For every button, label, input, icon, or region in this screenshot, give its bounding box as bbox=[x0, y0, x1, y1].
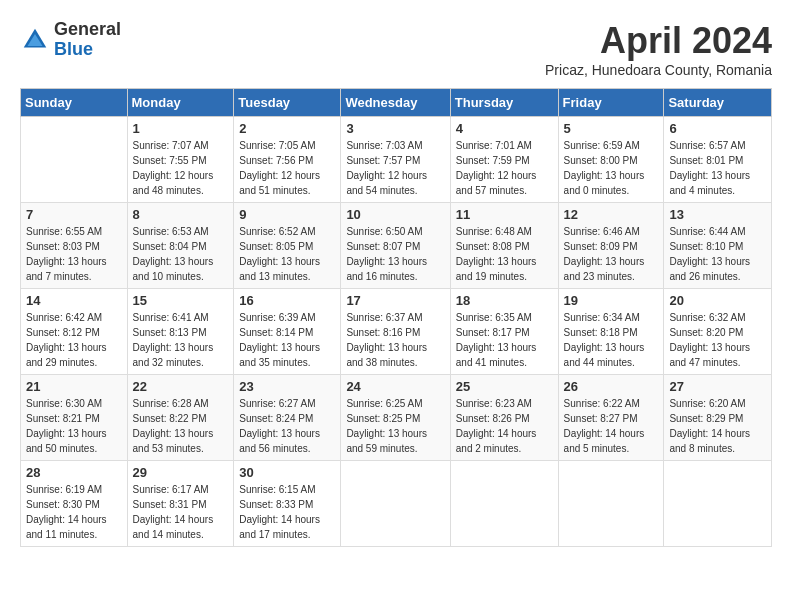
calendar-body: 1Sunrise: 7:07 AM Sunset: 7:55 PM Daylig… bbox=[21, 117, 772, 547]
day-info: Sunrise: 6:50 AM Sunset: 8:07 PM Dayligh… bbox=[346, 226, 427, 282]
day-number: 20 bbox=[669, 293, 766, 308]
calendar-cell: 24Sunrise: 6:25 AM Sunset: 8:25 PM Dayli… bbox=[341, 375, 450, 461]
calendar-cell: 1Sunrise: 7:07 AM Sunset: 7:55 PM Daylig… bbox=[127, 117, 234, 203]
weekday-header-monday: Monday bbox=[127, 89, 234, 117]
day-number: 7 bbox=[26, 207, 122, 222]
day-info: Sunrise: 6:42 AM Sunset: 8:12 PM Dayligh… bbox=[26, 312, 107, 368]
calendar-cell bbox=[558, 461, 664, 547]
day-info: Sunrise: 6:27 AM Sunset: 8:24 PM Dayligh… bbox=[239, 398, 320, 454]
calendar-cell bbox=[664, 461, 772, 547]
day-info: Sunrise: 6:44 AM Sunset: 8:10 PM Dayligh… bbox=[669, 226, 750, 282]
calendar-cell: 15Sunrise: 6:41 AM Sunset: 8:13 PM Dayli… bbox=[127, 289, 234, 375]
calendar-cell: 11Sunrise: 6:48 AM Sunset: 8:08 PM Dayli… bbox=[450, 203, 558, 289]
calendar-cell bbox=[341, 461, 450, 547]
day-number: 1 bbox=[133, 121, 229, 136]
calendar-cell: 10Sunrise: 6:50 AM Sunset: 8:07 PM Dayli… bbox=[341, 203, 450, 289]
calendar-cell: 2Sunrise: 7:05 AM Sunset: 7:56 PM Daylig… bbox=[234, 117, 341, 203]
calendar-cell: 19Sunrise: 6:34 AM Sunset: 8:18 PM Dayli… bbox=[558, 289, 664, 375]
calendar-week-5: 28Sunrise: 6:19 AM Sunset: 8:30 PM Dayli… bbox=[21, 461, 772, 547]
day-number: 28 bbox=[26, 465, 122, 480]
calendar-cell: 21Sunrise: 6:30 AM Sunset: 8:21 PM Dayli… bbox=[21, 375, 128, 461]
day-info: Sunrise: 6:57 AM Sunset: 8:01 PM Dayligh… bbox=[669, 140, 750, 196]
logo-icon bbox=[20, 25, 50, 55]
weekday-header-thursday: Thursday bbox=[450, 89, 558, 117]
day-info: Sunrise: 6:20 AM Sunset: 8:29 PM Dayligh… bbox=[669, 398, 750, 454]
weekday-header-friday: Friday bbox=[558, 89, 664, 117]
day-info: Sunrise: 6:39 AM Sunset: 8:14 PM Dayligh… bbox=[239, 312, 320, 368]
day-info: Sunrise: 7:03 AM Sunset: 7:57 PM Dayligh… bbox=[346, 140, 427, 196]
calendar-cell: 16Sunrise: 6:39 AM Sunset: 8:14 PM Dayli… bbox=[234, 289, 341, 375]
calendar-cell: 28Sunrise: 6:19 AM Sunset: 8:30 PM Dayli… bbox=[21, 461, 128, 547]
day-number: 9 bbox=[239, 207, 335, 222]
day-info: Sunrise: 6:48 AM Sunset: 8:08 PM Dayligh… bbox=[456, 226, 537, 282]
day-number: 5 bbox=[564, 121, 659, 136]
calendar-week-4: 21Sunrise: 6:30 AM Sunset: 8:21 PM Dayli… bbox=[21, 375, 772, 461]
page-header: General Blue April 2024 Pricaz, Hunedoar… bbox=[20, 20, 772, 78]
logo-general-text: General bbox=[54, 20, 121, 40]
calendar-cell: 26Sunrise: 6:22 AM Sunset: 8:27 PM Dayli… bbox=[558, 375, 664, 461]
day-info: Sunrise: 6:53 AM Sunset: 8:04 PM Dayligh… bbox=[133, 226, 214, 282]
day-number: 14 bbox=[26, 293, 122, 308]
logo-blue-text: Blue bbox=[54, 40, 121, 60]
day-number: 13 bbox=[669, 207, 766, 222]
day-info: Sunrise: 6:34 AM Sunset: 8:18 PM Dayligh… bbox=[564, 312, 645, 368]
day-info: Sunrise: 6:15 AM Sunset: 8:33 PM Dayligh… bbox=[239, 484, 320, 540]
day-number: 6 bbox=[669, 121, 766, 136]
day-number: 3 bbox=[346, 121, 444, 136]
day-info: Sunrise: 6:17 AM Sunset: 8:31 PM Dayligh… bbox=[133, 484, 214, 540]
day-info: Sunrise: 6:32 AM Sunset: 8:20 PM Dayligh… bbox=[669, 312, 750, 368]
calendar-cell: 27Sunrise: 6:20 AM Sunset: 8:29 PM Dayli… bbox=[664, 375, 772, 461]
day-info: Sunrise: 6:35 AM Sunset: 8:17 PM Dayligh… bbox=[456, 312, 537, 368]
day-info: Sunrise: 6:55 AM Sunset: 8:03 PM Dayligh… bbox=[26, 226, 107, 282]
month-title: April 2024 bbox=[545, 20, 772, 62]
day-info: Sunrise: 6:28 AM Sunset: 8:22 PM Dayligh… bbox=[133, 398, 214, 454]
calendar-week-2: 7Sunrise: 6:55 AM Sunset: 8:03 PM Daylig… bbox=[21, 203, 772, 289]
day-number: 16 bbox=[239, 293, 335, 308]
calendar-cell: 5Sunrise: 6:59 AM Sunset: 8:00 PM Daylig… bbox=[558, 117, 664, 203]
calendar-cell: 23Sunrise: 6:27 AM Sunset: 8:24 PM Dayli… bbox=[234, 375, 341, 461]
weekday-header-sunday: Sunday bbox=[21, 89, 128, 117]
day-number: 21 bbox=[26, 379, 122, 394]
day-number: 12 bbox=[564, 207, 659, 222]
calendar-cell: 14Sunrise: 6:42 AM Sunset: 8:12 PM Dayli… bbox=[21, 289, 128, 375]
day-number: 29 bbox=[133, 465, 229, 480]
day-info: Sunrise: 6:23 AM Sunset: 8:26 PM Dayligh… bbox=[456, 398, 537, 454]
day-number: 17 bbox=[346, 293, 444, 308]
day-info: Sunrise: 6:46 AM Sunset: 8:09 PM Dayligh… bbox=[564, 226, 645, 282]
calendar-cell: 6Sunrise: 6:57 AM Sunset: 8:01 PM Daylig… bbox=[664, 117, 772, 203]
location-text: Pricaz, Hunedoara County, Romania bbox=[545, 62, 772, 78]
day-info: Sunrise: 7:05 AM Sunset: 7:56 PM Dayligh… bbox=[239, 140, 320, 196]
day-number: 10 bbox=[346, 207, 444, 222]
day-info: Sunrise: 6:25 AM Sunset: 8:25 PM Dayligh… bbox=[346, 398, 427, 454]
day-number: 23 bbox=[239, 379, 335, 394]
calendar-cell: 25Sunrise: 6:23 AM Sunset: 8:26 PM Dayli… bbox=[450, 375, 558, 461]
day-info: Sunrise: 7:07 AM Sunset: 7:55 PM Dayligh… bbox=[133, 140, 214, 196]
calendar-cell bbox=[21, 117, 128, 203]
title-block: April 2024 Pricaz, Hunedoara County, Rom… bbox=[545, 20, 772, 78]
day-number: 26 bbox=[564, 379, 659, 394]
calendar-cell: 30Sunrise: 6:15 AM Sunset: 8:33 PM Dayli… bbox=[234, 461, 341, 547]
weekday-header-wednesday: Wednesday bbox=[341, 89, 450, 117]
calendar-cell: 17Sunrise: 6:37 AM Sunset: 8:16 PM Dayli… bbox=[341, 289, 450, 375]
logo-text: General Blue bbox=[54, 20, 121, 60]
day-info: Sunrise: 6:59 AM Sunset: 8:00 PM Dayligh… bbox=[564, 140, 645, 196]
calendar-cell: 9Sunrise: 6:52 AM Sunset: 8:05 PM Daylig… bbox=[234, 203, 341, 289]
calendar-cell: 13Sunrise: 6:44 AM Sunset: 8:10 PM Dayli… bbox=[664, 203, 772, 289]
day-info: Sunrise: 6:41 AM Sunset: 8:13 PM Dayligh… bbox=[133, 312, 214, 368]
calendar-cell: 8Sunrise: 6:53 AM Sunset: 8:04 PM Daylig… bbox=[127, 203, 234, 289]
day-number: 11 bbox=[456, 207, 553, 222]
day-number: 24 bbox=[346, 379, 444, 394]
calendar-cell: 29Sunrise: 6:17 AM Sunset: 8:31 PM Dayli… bbox=[127, 461, 234, 547]
calendar-week-3: 14Sunrise: 6:42 AM Sunset: 8:12 PM Dayli… bbox=[21, 289, 772, 375]
calendar-header: SundayMondayTuesdayWednesdayThursdayFrid… bbox=[21, 89, 772, 117]
weekday-header-row: SundayMondayTuesdayWednesdayThursdayFrid… bbox=[21, 89, 772, 117]
day-info: Sunrise: 6:52 AM Sunset: 8:05 PM Dayligh… bbox=[239, 226, 320, 282]
calendar-cell: 12Sunrise: 6:46 AM Sunset: 8:09 PM Dayli… bbox=[558, 203, 664, 289]
calendar-cell bbox=[450, 461, 558, 547]
day-number: 15 bbox=[133, 293, 229, 308]
calendar-table: SundayMondayTuesdayWednesdayThursdayFrid… bbox=[20, 88, 772, 547]
day-info: Sunrise: 6:30 AM Sunset: 8:21 PM Dayligh… bbox=[26, 398, 107, 454]
weekday-header-saturday: Saturday bbox=[664, 89, 772, 117]
day-info: Sunrise: 7:01 AM Sunset: 7:59 PM Dayligh… bbox=[456, 140, 537, 196]
day-number: 30 bbox=[239, 465, 335, 480]
